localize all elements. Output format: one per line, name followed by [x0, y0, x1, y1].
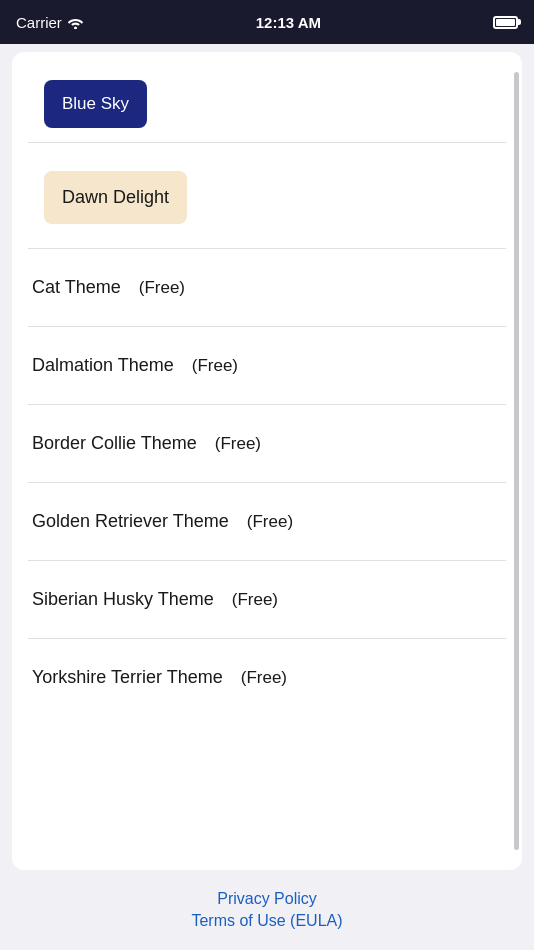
wifi-icon — [67, 16, 84, 29]
terms-of-use-link[interactable]: Terms of Use (EULA) — [191, 912, 342, 930]
status-bar-time: 12:13 AM — [256, 14, 321, 31]
top-items-area: Blue Sky Dawn Delight — [12, 52, 522, 234]
battery-icon — [493, 16, 518, 29]
theme-name-dalmation: Dalmation Theme — [32, 355, 174, 376]
theme-name-border-collie: Border Collie Theme — [32, 433, 197, 454]
blue-sky-label: Blue Sky — [62, 94, 129, 113]
dawn-delight-item[interactable]: Dawn Delight — [44, 171, 187, 224]
svg-point-0 — [74, 26, 77, 29]
status-bar-right — [493, 16, 518, 29]
theme-price-dalmation: (Free) — [192, 356, 238, 376]
theme-price-border-collie: (Free) — [215, 434, 261, 454]
main-container: Blue Sky Dawn Delight Cat Theme (Free) — [0, 44, 534, 950]
privacy-policy-link[interactable]: Privacy Policy — [217, 890, 317, 908]
list-card: Blue Sky Dawn Delight Cat Theme (Free) — [12, 52, 522, 870]
theme-item-golden-retriever[interactable]: Golden Retriever Theme (Free) — [12, 483, 522, 560]
carrier-label: Carrier — [16, 14, 62, 31]
theme-list: Cat Theme (Free) Dalmation Theme (Free) … — [12, 249, 522, 716]
theme-name-golden-retriever: Golden Retriever Theme — [32, 511, 229, 532]
theme-price-siberian-husky: (Free) — [232, 590, 278, 610]
theme-item-cat[interactable]: Cat Theme (Free) — [12, 249, 522, 326]
theme-name-siberian-husky: Siberian Husky Theme — [32, 589, 214, 610]
theme-price-yorkshire-terrier: (Free) — [241, 668, 287, 688]
theme-item-yorkshire-terrier[interactable]: Yorkshire Terrier Theme (Free) — [12, 639, 522, 716]
theme-name-yorkshire-terrier: Yorkshire Terrier Theme — [32, 667, 223, 688]
theme-item-border-collie[interactable]: Border Collie Theme (Free) — [12, 405, 522, 482]
status-bar-left: Carrier — [16, 14, 84, 31]
footer: Privacy Policy Terms of Use (EULA) — [0, 870, 534, 950]
scrollbar[interactable] — [514, 72, 519, 850]
theme-name-cat: Cat Theme — [32, 277, 121, 298]
blue-sky-item[interactable]: Blue Sky — [44, 80, 147, 128]
theme-price-golden-retriever: (Free) — [247, 512, 293, 532]
theme-price-cat: (Free) — [139, 278, 185, 298]
theme-item-siberian-husky[interactable]: Siberian Husky Theme (Free) — [12, 561, 522, 638]
dawn-delight-label: Dawn Delight — [62, 187, 169, 207]
status-bar: Carrier 12:13 AM — [0, 0, 534, 44]
theme-item-dalmation[interactable]: Dalmation Theme (Free) — [12, 327, 522, 404]
